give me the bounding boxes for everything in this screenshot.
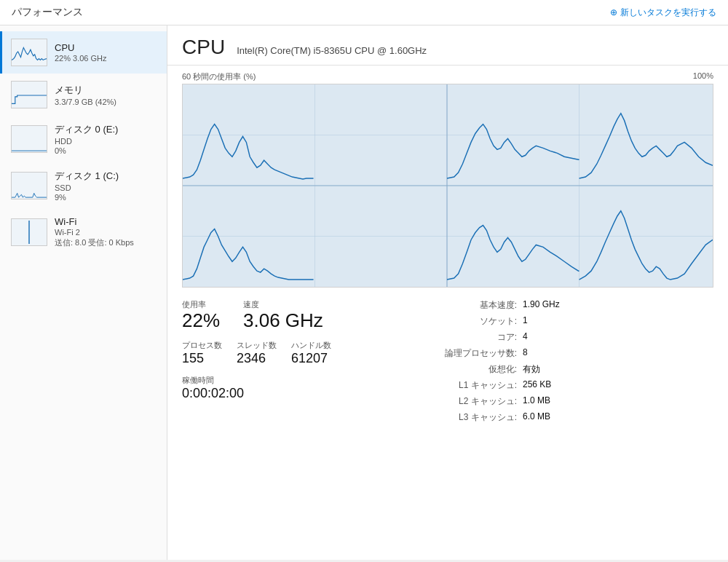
new-task-button[interactable]: ⊕ 新しいタスクを実行する — [610, 7, 716, 19]
threads-value: 2346 — [237, 351, 277, 366]
sidebar-item-memory[interactable]: メモリ 3.3/7.9 GB (42%) — [0, 74, 167, 116]
disk0-type: HDD — [55, 137, 118, 146]
threads-label: スレッド数 — [237, 340, 277, 351]
spec-key: L2 キャッシュ: — [430, 395, 517, 408]
uptime-value: 0:00:02:00 — [182, 386, 400, 401]
main-content: CPU Intel(R) Core(TM) i5-8365U CPU @ 1.6… — [167, 25, 728, 560]
speed-value: 3.06 GHz — [243, 310, 323, 331]
speed-label: 速度 — [243, 299, 323, 310]
disk1-sidebar-info: ディスク 1 (C:) SSD 9% — [55, 170, 119, 202]
cpu-header: CPU Intel(R) Core(TM) i5-8365U CPU @ 1.6… — [167, 25, 728, 66]
spec-value: 6.0 MB — [523, 411, 550, 424]
spec-value: 1.0 MB — [523, 395, 550, 408]
cpu-chart-svg — [183, 84, 713, 287]
new-task-icon: ⊕ — [610, 7, 617, 17]
disk1-sidebar-label: ディスク 1 (C:) — [55, 170, 119, 183]
spec-row: L2 キャッシュ:1.0 MB — [430, 395, 560, 408]
chart-label-row: 60 秒間の使用率 (%) 100% — [182, 71, 713, 82]
sidebar-item-disk1[interactable]: ディスク 1 (C:) SSD 9% — [0, 162, 167, 209]
wifi-thumbnail — [11, 218, 47, 246]
uptime-label: 稼働時間 — [182, 375, 400, 386]
memory-sidebar-label: メモリ — [55, 84, 116, 97]
memory-sidebar-sub: 3.3/7.9 GB (42%) — [55, 98, 116, 106]
processes-label: プロセス数 — [182, 340, 222, 351]
spec-row: L1 キャッシュ:256 KB — [430, 379, 560, 392]
spec-value: 256 KB — [523, 379, 551, 392]
spec-value: 4 — [523, 331, 528, 344]
speed-stat: 速度 3.06 GHz — [243, 299, 323, 331]
chart-max: 100% — [693, 71, 713, 82]
spec-value: 1 — [523, 315, 528, 328]
handles-stat: ハンドル数 61207 — [291, 340, 331, 366]
specs-panel: 基本速度:1.90 GHzソケット:1コア:4論理プロセッサ数:8仮想化:有効L… — [430, 299, 560, 424]
chart-area: 60 秒間の使用率 (%) 100% — [167, 66, 728, 288]
cpu-chart-container — [182, 84, 713, 288]
wifi-traffic: 送信: 8.0 受信: 0 Kbps — [55, 237, 134, 248]
sidebar-item-wifi[interactable]: Wi-Fi Wi-Fi 2 送信: 8.0 受信: 0 Kbps — [0, 209, 167, 256]
svg-rect-2 — [12, 126, 47, 152]
sidebar: CPU 22% 3.06 GHz メモリ 3.3/7.9 GB (42%) — [0, 25, 167, 560]
spec-key: 仮想化: — [430, 363, 517, 376]
wifi-sidebar-info: Wi-Fi Wi-Fi 2 送信: 8.0 受信: 0 Kbps — [55, 216, 134, 248]
usage-label: 使用率 — [182, 299, 220, 310]
spec-key: コア: — [430, 331, 517, 344]
stats-left: 使用率 22% 速度 3.06 GHz プロセス数 155 スレッド — [182, 299, 400, 424]
svg-rect-1 — [12, 82, 47, 108]
processes-stat: プロセス数 155 — [182, 340, 222, 366]
handles-value: 61207 — [291, 351, 331, 366]
disk1-percent: 9% — [55, 193, 119, 202]
spec-key: 論理プロセッサ数: — [430, 347, 517, 360]
spec-key: 基本速度: — [430, 299, 517, 312]
wifi-name: Wi-Fi 2 — [55, 228, 134, 237]
spec-key: L3 キャッシュ: — [430, 411, 517, 424]
spec-row: 基本速度:1.90 GHz — [430, 299, 560, 312]
new-task-label: 新しいタスクを実行する — [620, 7, 716, 19]
stats-section: 使用率 22% 速度 3.06 GHz プロセス数 155 スレッド — [167, 288, 728, 435]
usage-value: 22% — [182, 310, 220, 331]
disk1-thumbnail — [11, 172, 47, 199]
spec-row: コア:4 — [430, 331, 560, 344]
disk0-sidebar-label: ディスク 0 (E:) — [55, 123, 118, 136]
cpu-page-title: CPU — [182, 36, 225, 59]
sidebar-item-disk0[interactable]: ディスク 0 (E:) HDD 0% — [0, 116, 167, 162]
cpu-sidebar-label: CPU — [55, 42, 107, 53]
app-title: パフォーマンス — [12, 6, 83, 19]
spec-value: 8 — [523, 347, 528, 360]
threads-stat: スレッド数 2346 — [237, 340, 277, 366]
processes-value: 155 — [182, 351, 222, 366]
uptime-stat: 稼働時間 0:00:02:00 — [182, 375, 400, 401]
spec-key: ソケット: — [430, 315, 517, 328]
spec-value: 1.90 GHz — [523, 299, 560, 312]
spec-value: 有効 — [523, 363, 540, 376]
cpu-thumbnail — [11, 39, 47, 66]
cpu-sidebar-sub: 22% 3.06 GHz — [55, 54, 107, 63]
cpu-model-label: Intel(R) Core(TM) i5-8365U CPU @ 1.60GHz — [237, 45, 427, 56]
disk0-sidebar-info: ディスク 0 (E:) HDD 0% — [55, 123, 118, 155]
cpu-sidebar-info: CPU 22% 3.06 GHz — [55, 42, 107, 63]
spec-row: ソケット:1 — [430, 315, 560, 328]
memory-sidebar-info: メモリ 3.3/7.9 GB (42%) — [55, 84, 116, 106]
wifi-sidebar-label: Wi-Fi — [55, 216, 134, 227]
main-layout: CPU 22% 3.06 GHz メモリ 3.3/7.9 GB (42%) — [0, 25, 728, 560]
disk0-thumbnail — [11, 125, 47, 153]
spec-row: 論理プロセッサ数:8 — [430, 347, 560, 360]
spec-row: L3 キャッシュ:6.0 MB — [430, 411, 560, 424]
app-header: パフォーマンス ⊕ 新しいタスクを実行する — [0, 0, 728, 25]
usage-stat: 使用率 22% — [182, 299, 220, 331]
sub-stat-row: プロセス数 155 スレッド数 2346 ハンドル数 61207 — [182, 340, 400, 366]
disk0-percent: 0% — [55, 146, 118, 155]
spec-row: 仮想化:有効 — [430, 363, 560, 376]
sidebar-item-cpu[interactable]: CPU 22% 3.06 GHz — [0, 31, 167, 74]
handles-label: ハンドル数 — [291, 340, 331, 351]
disk1-type: SSD — [55, 183, 119, 192]
svg-rect-4 — [12, 173, 47, 199]
usage-speed-row: 使用率 22% 速度 3.06 GHz — [182, 299, 400, 331]
chart-label: 60 秒間の使用率 (%) — [182, 71, 256, 82]
memory-thumbnail — [11, 81, 47, 108]
spec-key: L1 キャッシュ: — [430, 379, 517, 392]
